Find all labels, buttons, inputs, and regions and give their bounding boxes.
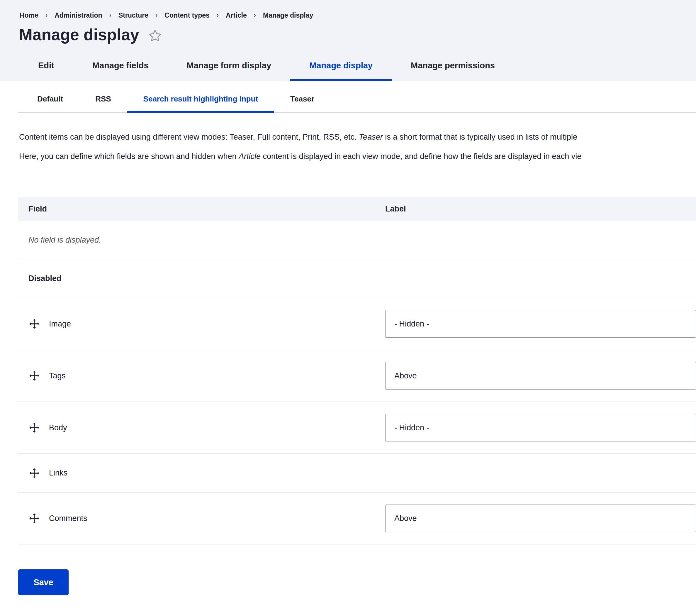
field-row-body: Body - Hidden - bbox=[18, 402, 696, 454]
field-row-links: Links bbox=[18, 454, 696, 493]
field-name: Image bbox=[49, 320, 71, 328]
field-name: Tags bbox=[49, 371, 66, 381]
view-mode-tab-default[interactable]: Default bbox=[21, 87, 79, 113]
breadcrumb-item-content-types[interactable]: Content types bbox=[164, 12, 209, 19]
field-row-image: Image - Hidden - bbox=[18, 298, 696, 350]
empty-message: No field is displayed. bbox=[29, 235, 101, 245]
field-cell: Tags bbox=[29, 370, 385, 382]
breadcrumb-item-administration[interactable]: Administration bbox=[54, 12, 102, 19]
drag-handle-icon[interactable] bbox=[29, 422, 40, 433]
page-title: Manage display bbox=[19, 26, 139, 43]
view-mode-tab-teaser[interactable]: Teaser bbox=[274, 87, 330, 113]
view-mode-tabs: DefaultRSSSearch result highlighting inp… bbox=[18, 87, 696, 113]
drag-handle-icon[interactable] bbox=[29, 370, 40, 382]
tab-manage-display[interactable]: Manage display bbox=[290, 52, 392, 81]
field-cell: Links bbox=[29, 467, 385, 479]
field-cell: Image bbox=[29, 318, 385, 330]
label-format-select[interactable]: - Hidden - bbox=[385, 414, 696, 442]
save-button[interactable]: Save bbox=[18, 569, 68, 595]
display-table: Field Label No field is displayed. Disab… bbox=[18, 197, 696, 544]
drag-handle-icon[interactable] bbox=[29, 318, 40, 330]
table-header-field: Field bbox=[29, 204, 385, 214]
breadcrumb: Home›Administration›Structure›Content ty… bbox=[0, 11, 696, 19]
tab-edit[interactable]: Edit bbox=[19, 52, 73, 81]
breadcrumb-separator: › bbox=[217, 12, 219, 19]
tab-manage-fields[interactable]: Manage fields bbox=[73, 52, 168, 81]
field-row-comments: Comments Above bbox=[18, 493, 696, 544]
label-format-select[interactable]: Above bbox=[385, 362, 696, 389]
empty-message-row: No field is displayed. bbox=[18, 221, 696, 259]
label-format-value: Above bbox=[394, 514, 417, 523]
breadcrumb-separator: › bbox=[45, 12, 47, 19]
disabled-section-row: Disabled bbox=[18, 259, 696, 298]
view-mode-tab-rss[interactable]: RSS bbox=[79, 87, 127, 113]
label-format-value: - Hidden - bbox=[394, 423, 429, 432]
label-format-select[interactable]: Above bbox=[385, 505, 696, 532]
label-format-select[interactable]: - Hidden - bbox=[385, 310, 696, 338]
breadcrumb-separator: › bbox=[155, 12, 157, 19]
field-rows: Image - Hidden - Tags Above Body - Hidde… bbox=[18, 298, 696, 544]
description-line-2: Here, you can define which fields are sh… bbox=[19, 147, 696, 166]
page-description: Content items can be displayed using dif… bbox=[19, 127, 696, 166]
field-name: Links bbox=[49, 468, 67, 478]
field-cell: Body bbox=[29, 422, 385, 433]
table-header-label: Label bbox=[385, 204, 406, 214]
shortcut-star-icon[interactable] bbox=[148, 29, 162, 43]
tab-manage-form-display[interactable]: Manage form display bbox=[168, 52, 290, 81]
breadcrumb-item-structure[interactable]: Structure bbox=[118, 12, 148, 19]
tab-manage-permissions[interactable]: Manage permissions bbox=[392, 52, 514, 81]
page-header: Home›Administration›Structure›Content ty… bbox=[0, 0, 696, 81]
breadcrumb-item-article[interactable]: Article bbox=[226, 12, 247, 19]
table-header-row: Field Label bbox=[18, 197, 696, 221]
label-format-value: Above bbox=[394, 371, 417, 381]
field-cell: Comments bbox=[29, 512, 385, 524]
breadcrumb-separator: › bbox=[109, 12, 111, 19]
field-name: Body bbox=[49, 423, 67, 432]
field-row-tags: Tags Above bbox=[18, 350, 696, 402]
view-mode-tab-search-result-highlighting-input[interactable]: Search result highlighting input bbox=[127, 87, 274, 113]
breadcrumb-item-home[interactable]: Home bbox=[20, 12, 38, 19]
disabled-section-label: Disabled bbox=[29, 274, 62, 283]
description-line-1: Content items can be displayed using dif… bbox=[19, 127, 696, 147]
label-format-value: - Hidden - bbox=[394, 320, 429, 328]
breadcrumb-item-manage-display: Manage display bbox=[263, 12, 313, 19]
field-name: Comments bbox=[49, 514, 88, 523]
breadcrumb-separator: › bbox=[254, 12, 256, 19]
drag-handle-icon[interactable] bbox=[29, 467, 40, 479]
primary-tabs: EditManage fieldsManage form displayMana… bbox=[0, 52, 696, 81]
drag-handle-icon[interactable] bbox=[29, 512, 40, 524]
title-row: Manage display bbox=[0, 26, 696, 43]
